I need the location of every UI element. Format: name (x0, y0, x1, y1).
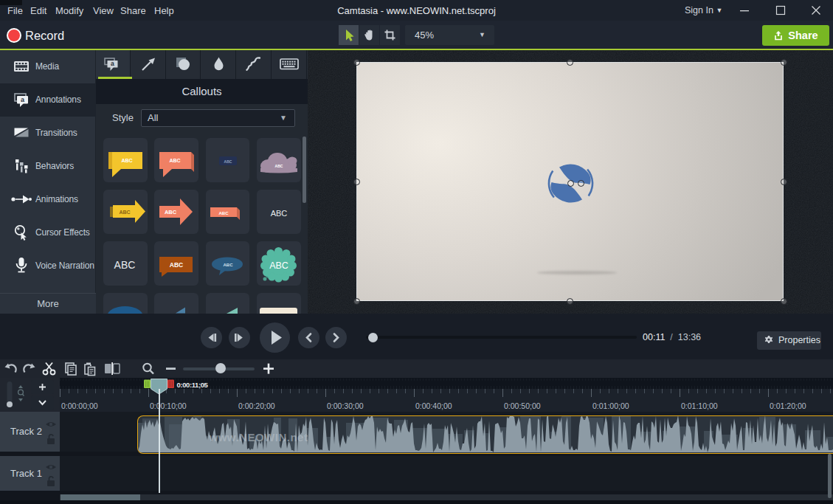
svg-text:ABC: ABC (269, 260, 288, 271)
svg-text:ABC: ABC (165, 209, 177, 215)
svg-text:ABC: ABC (170, 261, 183, 269)
svg-text:ABC: ABC (114, 259, 136, 271)
svg-text:ABC: ABC (275, 164, 283, 168)
svg-text:a: a (111, 60, 114, 67)
svg-text:ABC: ABC (224, 159, 232, 164)
svg-text:ABC: ABC (271, 209, 288, 218)
svg-text:ABC: ABC (119, 210, 130, 215)
svg-text:ABC: ABC (121, 158, 132, 163)
svg-text:ABC: ABC (170, 158, 181, 163)
svg-text:ABC: ABC (223, 263, 233, 267)
svg-text:ABC: ABC (218, 211, 229, 215)
